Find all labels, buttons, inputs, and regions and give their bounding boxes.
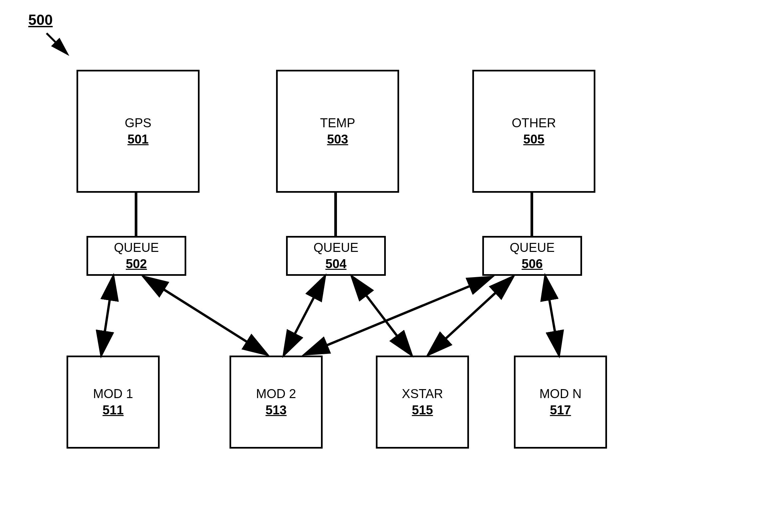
box-gps: GPS 501	[76, 70, 200, 193]
box-mod-1: MOD 1 511	[66, 356, 160, 449]
mod1-number: 511	[102, 403, 123, 417]
mod2-label: MOD 2	[256, 387, 296, 401]
gps-number: 501	[127, 132, 148, 147]
temp-label: TEMP	[320, 116, 355, 130]
box-xstar: XSTAR 515	[376, 356, 469, 449]
line-gps-queue	[135, 193, 137, 236]
xstar-label: XSTAR	[402, 387, 443, 401]
queue-506-number: 506	[521, 257, 542, 271]
queue-502-label: QUEUE	[114, 241, 159, 255]
svg-line-8	[306, 277, 491, 354]
mod1-label: MOD 1	[93, 387, 133, 401]
line-other-queue	[530, 193, 533, 236]
svg-line-10	[545, 277, 559, 354]
other-label: OTHER	[512, 116, 556, 130]
svg-line-9	[429, 277, 512, 354]
box-mod-n: MOD N 517	[514, 356, 607, 449]
line-temp-queue	[334, 193, 337, 236]
box-other: OTHER 505	[472, 70, 596, 193]
svg-line-1	[47, 33, 66, 53]
queue-506-label: QUEUE	[509, 241, 554, 255]
mod2-number: 513	[266, 403, 286, 417]
queue-502-number: 502	[126, 257, 147, 271]
xstar-number: 515	[412, 403, 433, 417]
gps-label: GPS	[125, 116, 151, 130]
other-number: 505	[523, 132, 544, 147]
svg-line-7	[353, 277, 411, 354]
box-queue-506: QUEUE 506	[482, 236, 582, 276]
modn-number: 517	[550, 403, 571, 417]
modn-label: MOD N	[539, 387, 582, 401]
box-queue-502: QUEUE 502	[86, 236, 186, 276]
figure-arrow-icon	[43, 30, 76, 63]
temp-number: 503	[327, 132, 348, 147]
svg-line-4	[101, 277, 113, 354]
box-mod-2: MOD 2 513	[230, 356, 323, 449]
svg-line-5	[145, 277, 266, 354]
queue-504-label: QUEUE	[313, 241, 358, 255]
box-temp: TEMP 503	[276, 70, 399, 193]
svg-line-6	[284, 277, 324, 354]
queue-504-number: 504	[325, 257, 346, 271]
box-queue-504: QUEUE 504	[286, 236, 386, 276]
figure-number-label: 500	[28, 12, 53, 28]
